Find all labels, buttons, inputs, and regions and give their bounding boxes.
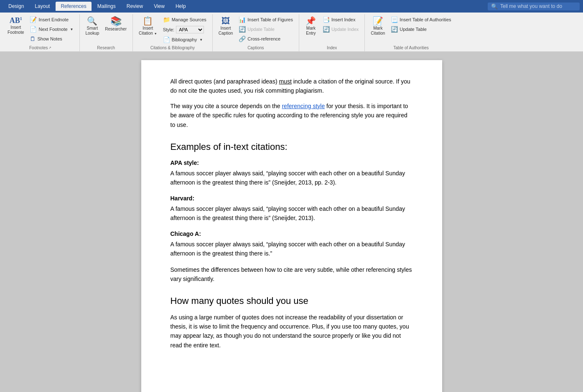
- footnotes-buttons: AB1 InsertFootnote 📝 Insert Endnote 📄 Ne…: [5, 15, 76, 44]
- insert-index-label: Insert Index: [331, 17, 355, 22]
- captions-group-label: Captions: [216, 44, 295, 51]
- citations-buttons: 📋 InsertCitation ▼ 📁 Manage Sources Styl…: [136, 15, 209, 44]
- tab-view[interactable]: View: [149, 2, 170, 11]
- endnote-icon: 📝: [30, 16, 37, 23]
- search-box[interactable]: 🔍: [488, 3, 580, 10]
- insert-table-authorities-label: Insert Table of Authorities: [400, 17, 451, 22]
- insert-footnote-label: InsertFootnote: [8, 25, 24, 35]
- research-buttons: 🔍 SmartLookup 📚 Researcher: [83, 15, 130, 44]
- footnotes-expand-icon[interactable]: ↗: [48, 46, 51, 50]
- cross-reference-icon: 🔗: [239, 35, 246, 42]
- insert-index-button[interactable]: 📑 Insert Index: [320, 15, 361, 24]
- paragraph-3: Sometimes the differences between how to…: [171, 265, 413, 284]
- research-label-text: Research: [97, 46, 115, 50]
- index-small-col: 📑 Insert Index 🔄 Update Index: [320, 15, 361, 34]
- captions-buttons: 🖼 InsertCaption 📊 Insert Table of Figure…: [216, 15, 295, 44]
- authorities-small-col: 📃 Insert Table of Authorities 🔄 Update T…: [388, 15, 453, 34]
- tab-references[interactable]: References: [56, 2, 91, 11]
- insert-table-authorities-button[interactable]: 📃 Insert Table of Authorities: [388, 15, 453, 24]
- citations-small-col: 📁 Manage Sources Style: APA MLA Chicago …: [160, 15, 209, 44]
- insert-caption-icon: 🖼: [221, 17, 230, 25]
- show-notes-icon: 🗒: [30, 35, 36, 42]
- document-area: All direct quotes (and paraphrased ideas…: [0, 52, 583, 392]
- insert-citation-icon: 📋: [143, 17, 153, 25]
- bibliography-label: Bibliography: [172, 37, 197, 42]
- authorities-label-text: Table of Authorities: [393, 46, 429, 50]
- document-page[interactable]: All direct quotes (and paraphrased ideas…: [141, 60, 442, 392]
- manage-sources-label: Manage Sources: [172, 17, 206, 22]
- bibliography-button[interactable]: 📄 Bibliography ▼: [160, 35, 209, 44]
- ribbon-group-captions: 🖼 InsertCaption 📊 Insert Table of Figure…: [213, 14, 299, 51]
- manage-sources-icon: 📁: [163, 16, 170, 23]
- insert-citation-label: InsertCitation ▼: [139, 26, 157, 36]
- menu-tabs: Design Layout References Mailings Review…: [3, 2, 191, 11]
- citations-label-text: Citations & Bibliography: [150, 46, 195, 50]
- insert-footnote-button[interactable]: AB1 InsertFootnote: [5, 15, 26, 37]
- paragraph-2: The way you cite a source depends on the…: [171, 101, 413, 129]
- style-dropdown[interactable]: APA MLA Chicago Harvard: [176, 26, 204, 33]
- insert-caption-button[interactable]: 🖼 InsertCaption: [216, 15, 235, 38]
- update-table-auth-button[interactable]: 🔄 Update Table: [388, 25, 453, 34]
- tab-review[interactable]: Review: [122, 2, 148, 11]
- mark-entry-label: MarkEntry: [306, 26, 316, 36]
- chicago-section: Chicago A: A famous soccer player always…: [171, 229, 413, 258]
- harvard-text: A famous soccer player always said, “pla…: [171, 205, 405, 221]
- style-icon: Style:: [163, 27, 175, 32]
- bibliography-icon: 📄: [163, 36, 170, 43]
- update-table-button[interactable]: 🔄 Update Table: [236, 25, 295, 34]
- researcher-label: Researcher: [105, 27, 127, 32]
- ribbon: AB1 InsertFootnote 📝 Insert Endnote 📄 Ne…: [0, 13, 583, 52]
- next-footnote-button[interactable]: 📄 Next Footnote ▼: [27, 25, 76, 34]
- tab-design[interactable]: Design: [3, 2, 29, 11]
- insert-table-figures-label: Insert Table of Figures: [247, 17, 293, 22]
- tab-help[interactable]: Help: [171, 2, 191, 11]
- update-table-auth-label: Update Table: [400, 27, 427, 32]
- paragraph-4: As using a large number of quotes does n…: [171, 313, 413, 350]
- show-notes-label: Show Notes: [37, 36, 62, 41]
- captions-small-col: 📊 Insert Table of Figures 🔄 Update Table…: [236, 15, 295, 43]
- tab-mailings[interactable]: Mailings: [92, 2, 121, 11]
- insert-citation-button[interactable]: 📋 InsertCitation ▼: [136, 15, 160, 38]
- citations-group-label: Citations & Bibliography: [136, 44, 209, 51]
- harvard-section: Harvard: A famous soccer player always s…: [171, 194, 413, 223]
- footnote-icon: AB1: [10, 17, 22, 24]
- insert-endnote-button[interactable]: 📝 Insert Endnote: [27, 15, 76, 24]
- captions-label-text: Captions: [247, 46, 264, 50]
- insert-table-figures-button[interactable]: 📊 Insert Table of Figures: [236, 15, 295, 24]
- referencing-style-link[interactable]: referencing style: [282, 103, 325, 109]
- chicago-label: Chicago A:: [171, 229, 413, 238]
- cross-reference-label: Cross-reference: [247, 36, 280, 41]
- insert-caption-label: InsertCaption: [219, 26, 233, 36]
- menu-bar: Design Layout References Mailings Review…: [0, 0, 583, 13]
- underline-must: must: [279, 78, 291, 85]
- researcher-icon: 📚: [110, 17, 122, 26]
- researcher-button[interactable]: 📚 Researcher: [102, 15, 129, 33]
- update-index-button[interactable]: 🔄 Update Index: [320, 25, 361, 34]
- mark-entry-button[interactable]: 📌 MarkEntry: [303, 15, 319, 38]
- research-group-label: Research: [83, 44, 130, 51]
- update-index-icon: 🔄: [323, 26, 330, 33]
- search-icon: 🔍: [491, 3, 498, 10]
- search-input[interactable]: [500, 3, 575, 9]
- smart-lookup-button[interactable]: 🔍 SmartLookup: [83, 15, 102, 38]
- tab-layout[interactable]: Layout: [30, 2, 55, 11]
- next-footnote-label: Next Footnote: [38, 27, 67, 32]
- bibliography-arrow: ▼: [199, 38, 203, 42]
- insert-endnote-label: Insert Endnote: [38, 17, 69, 22]
- footnotes-label-text: Footnotes: [29, 46, 48, 50]
- ribbon-group-authorities: 📝 MarkCitation 📃 Insert Table of Authori…: [365, 14, 457, 51]
- harvard-label: Harvard:: [171, 194, 413, 203]
- mark-citation-button[interactable]: 📝 MarkCitation: [368, 15, 387, 38]
- manage-sources-button[interactable]: 📁 Manage Sources: [160, 15, 209, 24]
- apa-text: A famous soccer player always said, “pla…: [171, 170, 405, 186]
- ribbon-group-index: 📌 MarkEntry 📑 Insert Index 🔄 Update Inde…: [299, 14, 365, 51]
- authorities-buttons: 📝 MarkCitation 📃 Insert Table of Authori…: [368, 15, 453, 44]
- footnotes-small-col: 📝 Insert Endnote 📄 Next Footnote ▼ 🗒 Sho…: [27, 15, 76, 43]
- apa-section: APA style: A famous soccer player always…: [171, 158, 413, 187]
- authorities-group-label: Table of Authorities: [368, 44, 453, 51]
- insert-table-authorities-icon: 📃: [391, 16, 398, 23]
- update-table-auth-icon: 🔄: [391, 26, 398, 33]
- cross-reference-button[interactable]: 🔗 Cross-reference: [236, 34, 295, 43]
- show-notes-button[interactable]: 🗒 Show Notes: [27, 34, 76, 43]
- mark-citation-label: MarkCitation: [371, 26, 385, 36]
